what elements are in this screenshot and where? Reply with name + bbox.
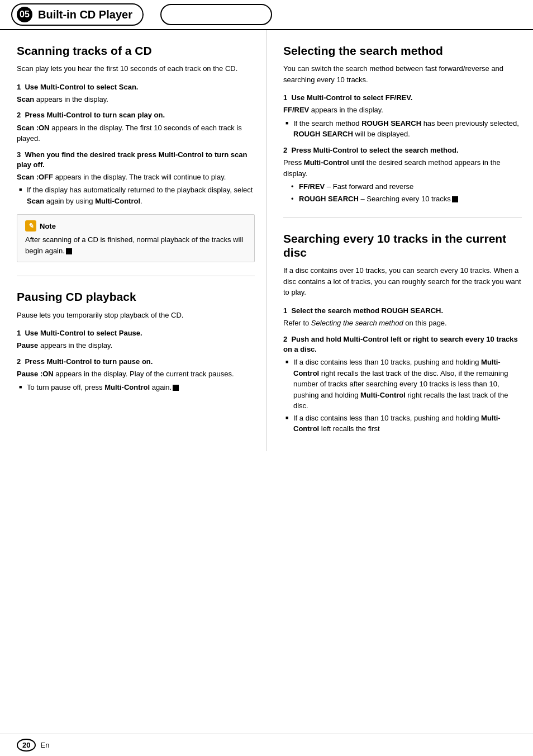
- search-method-intro: You can switch the search method between…: [283, 63, 522, 85]
- search-step-1: 1 Use Multi-Control to select FF/REV. FF…: [283, 93, 522, 140]
- scanning-step-1-body: Scan appears in the display.: [17, 94, 255, 105]
- pausing-step-2: 2 Press Multi-Control to turn pause on. …: [17, 357, 255, 393]
- scanning-step-2-heading: 2 Press Multi-Control to turn scan play …: [17, 110, 255, 120]
- searching-step-1-heading: 1 Select the search method ROUGH SEARCH.: [283, 306, 522, 316]
- pausing-step-2-bullets: To turn pause off, press Multi-Control a…: [19, 382, 255, 393]
- left-column: Scanning tracks of a CD Scan play lets y…: [0, 30, 266, 451]
- scanning-step-3-heading: 3 When you find the desired track press …: [17, 150, 255, 170]
- top-bar: 05 Built-in CD Player: [0, 0, 533, 30]
- page-footer: 20 En: [0, 734, 533, 756]
- searching-step-2-bullets: If a disc contains less than 10 tracks, …: [285, 357, 522, 434]
- section-divider-2: [283, 218, 522, 218]
- scanning-title: Scanning tracks of a CD: [17, 44, 255, 58]
- pausing-step-2-body: Pause :ON appears in the display. Play o…: [17, 368, 255, 380]
- search-step-1-heading: 1 Use Multi-Control to select FF/REV.: [283, 93, 522, 103]
- scanning-step-2: 2 Press Multi-Control to turn scan play …: [17, 110, 255, 144]
- note-box: ✎ Note After scanning of a CD is finishe…: [17, 214, 255, 262]
- pausing-step-1-body: Pause appears in the display.: [17, 340, 255, 351]
- pausing-bullet-1: To turn pause off, press Multi-Control a…: [19, 382, 255, 393]
- section-number: 05: [17, 7, 32, 22]
- search-dot-2: ROUGH SEARCH – Searching every 10 tracks: [291, 193, 522, 205]
- page-number: 20: [17, 739, 36, 752]
- searching-step-1: 1 Select the search method ROUGH SEARCH.…: [283, 306, 522, 329]
- scanning-step-1-heading: 1 Use Multi-Control to select Scan.: [17, 82, 255, 92]
- scanning-step-3: 3 When you find the desired track press …: [17, 150, 255, 207]
- note-text: After scanning of a CD is finished, norm…: [25, 234, 246, 256]
- pausing-step-2-heading: 2 Press Multi-Control to turn pause on.: [17, 357, 255, 367]
- right-column: Selecting the search method You can swit…: [266, 30, 533, 451]
- searching-title: Searching every 10 tracks in the current…: [283, 231, 522, 259]
- section-pill: 05 Built-in CD Player: [11, 3, 144, 26]
- pausing-title: Pausing CD playback: [17, 290, 255, 304]
- searching-bullet-2: If a disc contains less than 10 tracks, …: [285, 413, 522, 434]
- searching-step-1-body: Refer to Selecting the search method on …: [283, 318, 522, 329]
- stop-symbol: [66, 248, 72, 254]
- search-step-2-body: Press Multi-Control until the desired se…: [283, 157, 522, 179]
- stop-symbol-2: [173, 385, 179, 391]
- searching-step-2-heading: 2 Push and hold Multi-Control left or ri…: [283, 334, 522, 355]
- page-wrapper: 05 Built-in CD Player Scanning tracks of…: [0, 0, 533, 756]
- search-step-1-body: FF/REV appears in the display.: [283, 105, 522, 116]
- section-divider-1: [17, 276, 255, 276]
- search-step-2-heading: 2 Press Multi-Control to select the sear…: [283, 145, 522, 155]
- page-title: Built-in CD Player: [38, 8, 132, 21]
- scanning-step-3-bullets: If the display has automatically returne…: [19, 185, 255, 206]
- note-icon: ✎: [25, 220, 36, 231]
- content-area: Scanning tracks of a CD Scan play lets y…: [0, 30, 533, 462]
- scanning-step-3-body: Scan :OFF appears in the display. The tr…: [17, 172, 255, 183]
- scanning-step-1: 1 Use Multi-Control to select Scan. Scan…: [17, 82, 255, 105]
- searching-intro: If a disc contains over 10 tracks, you c…: [283, 265, 522, 298]
- searching-step-2: 2 Push and hold Multi-Control left or ri…: [283, 334, 522, 434]
- scanning-bullet-1: If the display has automatically returne…: [19, 185, 255, 206]
- pausing-step-1-heading: 1 Use Multi-Control to select Pause.: [17, 328, 255, 338]
- header-right-box: [160, 4, 272, 25]
- searching-bullet-1: If a disc contains less than 10 tracks, …: [285, 357, 522, 412]
- scanning-step-1-num: 1: [17, 83, 25, 91]
- pausing-step-1: 1 Use Multi-Control to select Pause. Pau…: [17, 328, 255, 351]
- stop-symbol-3: [452, 196, 458, 202]
- search-step-1-bullets: If the search method ROUGH SEARCH has be…: [285, 118, 522, 140]
- search-bullet-1: If the search method ROUGH SEARCH has be…: [285, 118, 522, 140]
- search-method-title: Selecting the search method: [283, 44, 522, 58]
- note-title: ✎ Note: [25, 220, 246, 231]
- search-step-2: 2 Press Multi-Control to select the sear…: [283, 145, 522, 204]
- language-label: En: [40, 741, 49, 749]
- scanning-intro: Scan play lets you hear the first 10 sec…: [17, 63, 255, 74]
- scanning-step-2-body: Scan :ON appears in the display. The fir…: [17, 122, 255, 144]
- search-step-2-dotlist: FF/REV – Fast forward and reverse ROUGH …: [291, 181, 522, 204]
- pausing-intro: Pause lets you temporarily stop playback…: [17, 310, 255, 321]
- search-dot-1: FF/REV – Fast forward and reverse: [291, 181, 522, 192]
